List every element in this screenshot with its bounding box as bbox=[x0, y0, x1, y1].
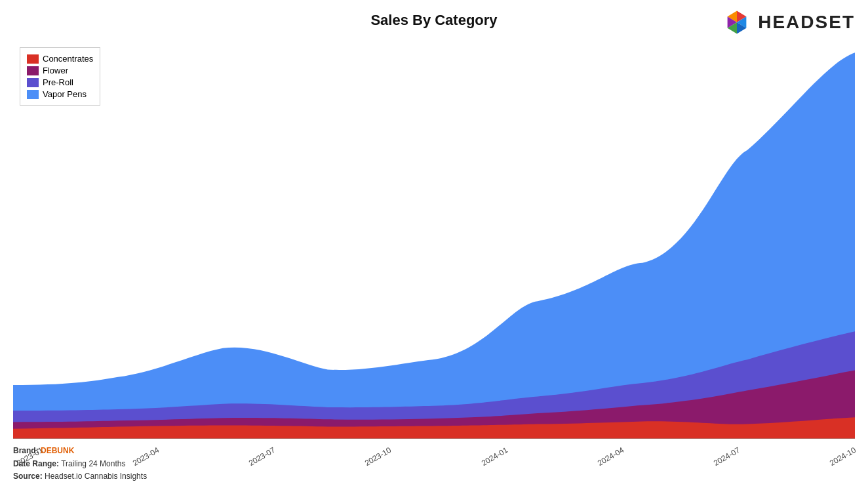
vaporpens-label: Vapor Pens bbox=[43, 89, 87, 99]
source-label: Source: bbox=[13, 472, 43, 481]
flower-label: Flower bbox=[43, 66, 68, 75]
date-range-label: Date Range: bbox=[13, 459, 59, 468]
footer-info: Brand: DEBUNK Date Range: Trailing 24 Mo… bbox=[13, 445, 147, 483]
date-range-value: Trailing 24 Months bbox=[61, 459, 125, 468]
concentrates-color bbox=[27, 54, 39, 64]
flower-color bbox=[27, 66, 39, 75]
preroll-label: Pre-Roll bbox=[43, 77, 73, 87]
source-value: Headset.io Cannabis Insights bbox=[45, 472, 147, 481]
x-label-7: 2024-10 bbox=[828, 445, 858, 468]
x-label-3: 2023-10 bbox=[363, 445, 393, 468]
x-label-5: 2024-04 bbox=[596, 445, 625, 468]
vaporpens-color bbox=[27, 90, 39, 99]
preroll-color bbox=[27, 78, 39, 87]
date-range-line: Date Range: Trailing 24 Months bbox=[13, 458, 147, 470]
chart-container: HEADSET Sales By Category Concentrates F… bbox=[0, 0, 868, 488]
source-line: Source: Headset.io Cannabis Insights bbox=[13, 470, 147, 483]
legend-item-preroll: Pre-Roll bbox=[27, 77, 93, 87]
chart-area bbox=[13, 43, 855, 439]
headset-logo-icon bbox=[721, 7, 753, 38]
logo: HEADSET bbox=[721, 7, 855, 38]
concentrates-label: Concentrates bbox=[43, 54, 93, 64]
legend: Concentrates Flower Pre-Roll Vapor Pens bbox=[20, 47, 100, 106]
legend-item-concentrates: Concentrates bbox=[27, 54, 93, 64]
x-label-2: 2023-07 bbox=[247, 445, 277, 468]
brand-line: Brand: DEBUNK bbox=[13, 445, 147, 457]
x-label-4: 2024-01 bbox=[479, 445, 509, 468]
brand-label: Brand: bbox=[13, 446, 39, 455]
brand-value: DEBUNK bbox=[41, 446, 74, 455]
logo-text: HEADSET bbox=[758, 12, 855, 33]
x-label-6: 2024-07 bbox=[712, 445, 741, 468]
area-chart-svg bbox=[13, 43, 855, 439]
legend-item-vaporpens: Vapor Pens bbox=[27, 89, 93, 99]
legend-item-flower: Flower bbox=[27, 66, 93, 75]
